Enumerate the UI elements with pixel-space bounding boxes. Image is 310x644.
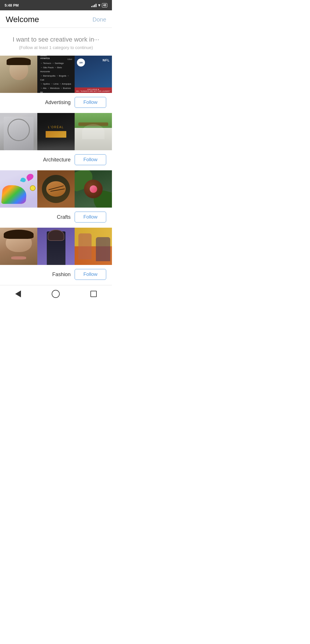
home-button[interactable]: [46, 289, 65, 299]
fashion-image-2: [37, 228, 75, 265]
back-icon: [15, 290, 21, 297]
category-crafts: Crafts Follow: [0, 170, 112, 228]
tagline-section: I want to see creative work in··· (Follo…: [0, 28, 112, 56]
signal-icon: [91, 3, 96, 7]
fashion-label: Fashion: [52, 272, 71, 278]
tagline-main: I want to see creative work in···: [6, 36, 106, 43]
architecture-image-2: L'ORÉAL: [37, 113, 75, 150]
follow-advertising-button[interactable]: Follow: [75, 97, 106, 108]
architecture-label-row: Architecture Follow: [0, 150, 112, 170]
category-advertising: Ad SouthAmerica → Temuco → Santiago→ São…: [0, 56, 112, 113]
page-title: Welcome: [6, 15, 39, 24]
status-bar: 5:48 PM ▾ 48: [0, 0, 112, 10]
category-architecture: L'ORÉAL Architecture Follow: [0, 113, 112, 170]
fashion-label-row: Fashion Follow: [0, 265, 112, 285]
architecture-image-1: [0, 113, 37, 150]
crafts-image-1: [0, 170, 37, 208]
status-time: 5:48 PM: [5, 3, 19, 7]
crafts-image-grid: [0, 170, 112, 208]
home-icon: [52, 290, 60, 298]
back-button[interactable]: [9, 289, 27, 298]
follow-crafts-button[interactable]: Follow: [75, 212, 106, 223]
advertising-image-1: Ad: [0, 56, 37, 93]
fashion-image-1: [0, 228, 37, 265]
advertising-image-2: SouthAmerica → Temuco → Santiago→ São Pa…: [37, 56, 75, 93]
advertising-label: Advertising: [45, 99, 71, 106]
battery-indicator: 48: [102, 3, 107, 7]
ad-hair-shape: [7, 58, 30, 65]
architecture-image-grid: L'ORÉAL: [0, 113, 112, 150]
advertising-label-row: Advertising Follow: [0, 93, 112, 113]
stop-button[interactable]: [85, 290, 102, 298]
wifi-icon: ▾: [98, 3, 100, 7]
fashion-image-3: [75, 228, 112, 265]
crafts-image-2: [37, 170, 75, 208]
architecture-image-3: [75, 113, 112, 150]
bottom-navigation: [0, 285, 112, 304]
fashion-image-grid: [0, 228, 112, 265]
crafts-image-3: [75, 170, 112, 208]
follow-fashion-button[interactable]: Follow: [75, 269, 106, 280]
done-button[interactable]: Done: [92, 16, 106, 23]
nfl-exclusive-badge: EXCLUSIVE ★NFL: "SUNDAYS ARE NOT FOR LAU…: [75, 87, 112, 93]
advertising-image-3: NFL 100 EXCLUSIVE ★NFL: "SUNDAYS ARE NOT…: [75, 56, 112, 93]
category-fashion: Fashion Follow: [0, 228, 112, 285]
advertising-image-grid: Ad SouthAmerica → Temuco → Santiago→ São…: [0, 56, 112, 93]
tagline-sub: (Follow at least 1 category to continue): [6, 45, 106, 50]
stop-icon: [90, 291, 97, 297]
architecture-label: Architecture: [43, 157, 71, 163]
header: Welcome Done: [0, 10, 112, 28]
crafts-label-row: Crafts Follow: [0, 208, 112, 228]
uber-routes-overlay: SouthAmerica → Temuco → Santiago→ São Pa…: [37, 56, 75, 93]
status-right: ▾ 48: [91, 3, 107, 7]
crafts-label: Crafts: [57, 214, 71, 220]
follow-architecture-button[interactable]: Follow: [75, 154, 106, 165]
